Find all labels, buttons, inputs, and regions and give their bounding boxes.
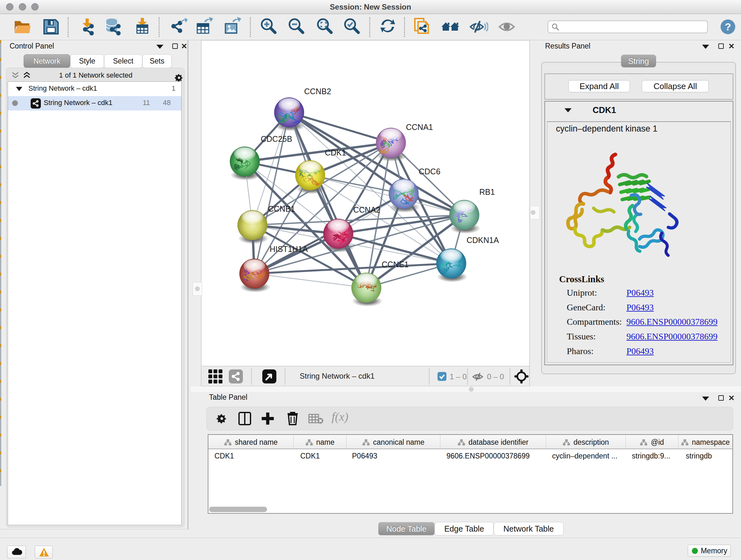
svg-text:CCNA2: CCNA2: [353, 205, 381, 214]
svg-text:RB1: RB1: [479, 187, 495, 196]
svg-text:CDC6: CDC6: [419, 167, 441, 176]
svg-text:CCNE1: CCNE1: [382, 260, 409, 269]
svg-text:HIST1H1A: HIST1H1A: [270, 245, 308, 253]
svg-text:CDKN1A: CDKN1A: [467, 236, 499, 245]
svg-text:CCNB2: CCNB2: [304, 87, 331, 96]
svg-text:CDC25B: CDC25B: [261, 134, 292, 143]
svg-text:CCNA1: CCNA1: [406, 123, 433, 132]
svg-text:CCNB1: CCNB1: [268, 204, 295, 213]
svg-text:CDK1: CDK1: [325, 148, 346, 157]
